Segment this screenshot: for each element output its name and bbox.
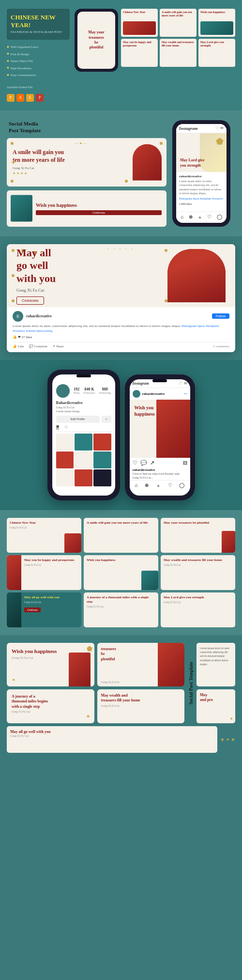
profile-name: Rahardicreative [56, 401, 111, 405]
phone-screen: 192 Posts 840 K Followers 808 Following [52, 374, 115, 496]
like-icon[interactable]: ♡ [133, 460, 137, 466]
caption-text: Lorem ipsum dolor sit amet, consectetur … [179, 179, 224, 196]
stat-label: Posts [74, 391, 80, 394]
send-icon[interactable]: ✉ [220, 126, 224, 130]
post-card-1: Chinese New Year [121, 9, 158, 37]
section-social: Social MediaPost Template ✦ — ● — A smil… [0, 110, 242, 236]
card-image [158, 643, 184, 686]
right-cards-col: Lorem ipsum dolor sit amet consectetur a… [197, 643, 235, 723]
bottom-card-wish: ⬟ Wish you happiness Gong Xi Fa Cai ✦ [7, 643, 94, 686]
post-card-4: May you be happy and prosperous [121, 39, 158, 67]
star-icon: ★ [16, 171, 19, 175]
profile-icon[interactable]: ◯ [179, 482, 184, 489]
bottom-card-may-pro: Mayand pro ✦ [197, 689, 235, 723]
card-image [11, 195, 32, 222]
header-icons: ♡ ✉ [179, 381, 187, 386]
card-subtitle: Gong Xi Fa Cai [87, 605, 155, 608]
plus-icon[interactable]: ＋ [156, 482, 161, 489]
bullet-icon: ● [7, 44, 9, 50]
tab-tagged[interactable]: ◻ [65, 425, 68, 429]
search-icon[interactable]: ⊕ [189, 214, 193, 221]
dot [12, 249, 15, 252]
plus-icon[interactable]: ＋ [197, 214, 202, 221]
heart-icon[interactable]: ♡ [168, 482, 172, 489]
dot [160, 142, 163, 145]
instagram-header: Instagram ♡ ✉ [176, 124, 227, 133]
section-banner: CHINESE NEW YEAR! FACEBOOK & INSTAGRAM P… [0, 0, 242, 110]
stat-label: Following [99, 391, 111, 394]
edit-profile-button[interactable]: Edit Profile [56, 416, 100, 423]
following-stat: 808 Following [99, 387, 111, 394]
card-title: treasuresbeplentiful [101, 647, 149, 662]
bullet-icon: ● [7, 72, 9, 78]
username-label: rahardicreative [179, 174, 224, 178]
title-block: CHINESE NEW YEAR! FACEBOOK & INSTAGRAM P… [7, 9, 70, 40]
tab-grid[interactable]: ⊞ [56, 425, 59, 429]
card-subtitle: Gong Xi Fa Cai [164, 601, 232, 604]
post-menu[interactable]: ••• [184, 392, 187, 395]
send-icon[interactable]: ✉ [184, 381, 187, 386]
bottom-right-area: Social Post Template Lorem ipsum dolor s… [188, 643, 235, 723]
home-icon[interactable]: ⌂ [181, 214, 183, 221]
post-title: May you be happy and prosperous [123, 41, 156, 65]
star-icon: ★ [226, 737, 229, 742]
comment-action[interactable]: 💬 Comment [29, 344, 47, 348]
card-wish: Wish you happiness [84, 555, 158, 590]
banner-left: CHINESE NEW YEAR! FACEBOOK & INSTAGRAM P… [7, 9, 70, 102]
post-card-2: A smile will gain you ten more years of … [160, 9, 197, 37]
card-title: May all go well with you [24, 595, 78, 600]
dot [165, 249, 167, 252]
card-text: Lorem ipsum dolor sit amet consectetur a… [200, 646, 232, 666]
heart-icon[interactable]: ♡ [207, 214, 212, 221]
cards-grid: Chinese New Year Gong Xi Fa Cai A smile … [7, 518, 235, 627]
likes-count: 1,984 likes [179, 202, 224, 205]
instagram-logo: Instagram [179, 126, 198, 131]
grid-cell [93, 434, 111, 451]
post-image [123, 21, 156, 35]
search-icon[interactable]: ⊕ [145, 482, 149, 489]
celebrate-button[interactable]: Celebrate [24, 607, 41, 612]
dot [125, 180, 128, 183]
card-title: A smile will gain you ten more years of … [87, 521, 155, 525]
celebrate-button[interactable]: Celebrate [16, 296, 44, 305]
profile-header: 192 Posts 840 K Followers 808 Following [56, 384, 111, 398]
stat-number: 192 [74, 387, 80, 391]
instagram-full-post: Wish youhappiness [130, 400, 190, 458]
card-title: May wealth and treasures fill your home [164, 558, 232, 562]
heart-icon[interactable]: ♡ [179, 381, 182, 386]
available-label: Available Format File: [7, 86, 33, 89]
phone-text: May yourtreasuresbeplentiful [86, 28, 106, 52]
bottom-top-row: ⬟ Wish you happiness Gong Xi Fa Cai ✦ A … [7, 643, 235, 723]
facebook-post-area: ✦ ✦ • • • • • May allgo wellwith you Gon… [7, 244, 235, 307]
share-icon[interactable]: ↗ [150, 460, 154, 466]
card-image [133, 144, 162, 180]
share-action[interactable]: ↗ Share [52, 344, 64, 348]
facebook-actions: 👍 Like 💬 Comment ↗ Share 2 comments [13, 342, 229, 348]
post-card-3: Wish you happiness [198, 9, 235, 37]
grid-cell [56, 451, 74, 468]
dot [11, 142, 14, 145]
profile-icon[interactable]: ◯ [217, 214, 222, 221]
heart-icon[interactable]: ♡ [215, 126, 219, 130]
post-actions: ♡ 💬 ↗ ⊟ [130, 458, 190, 468]
card-image [141, 571, 158, 590]
profile-stats: 192 Posts 840 K Followers 808 Following [74, 387, 111, 394]
stat-label: Followers [84, 391, 95, 394]
home-icon[interactable]: ⌂ [135, 482, 138, 489]
hashtags: #Instagram #post #template #creative [179, 197, 224, 201]
follow-button[interactable]: Follow [212, 313, 229, 319]
card-title: A smile will gain youten more years of l… [13, 149, 102, 164]
card-chinese-new-year: Chinese New Year Gong Xi Fa Cai [7, 518, 81, 553]
comment-icon[interactable]: 💬 [140, 460, 147, 466]
card-title: May you be happy and prosperous [24, 558, 78, 562]
comments-count: 2 comments [213, 344, 229, 348]
social-post-template-label: Social Post Template [188, 662, 194, 704]
ornament-bottom: ✦ [12, 675, 15, 684]
celebrate-button[interactable]: Celebrate [36, 210, 162, 215]
like-action[interactable]: 👍 Like [13, 344, 24, 348]
bottom-card-treasures: treasuresbeplentiful Gong Xi Fa Cai [97, 643, 185, 686]
section-facebook: ✦ ✦ • • • • • May allgo wellwith you Gon… [0, 236, 242, 360]
section-label: Social MediaPost Template [7, 120, 166, 134]
section-grid: Chinese New Year Gong Xi Fa Cai A smile … [0, 510, 242, 635]
bookmark-icon[interactable]: ⊟ [183, 460, 187, 466]
